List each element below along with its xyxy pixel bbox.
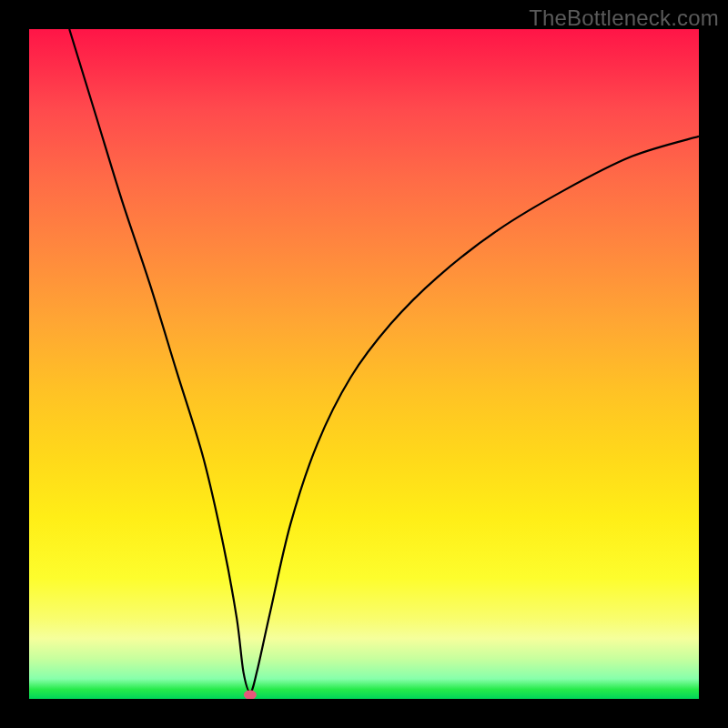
- chart-container: TheBottleneck.com: [0, 0, 728, 728]
- plot-area: [29, 29, 699, 699]
- minimum-marker: [244, 691, 257, 699]
- watermark-text: TheBottleneck.com: [529, 5, 719, 31]
- curve-svg: [29, 29, 699, 699]
- bottleneck-curve: [69, 29, 699, 693]
